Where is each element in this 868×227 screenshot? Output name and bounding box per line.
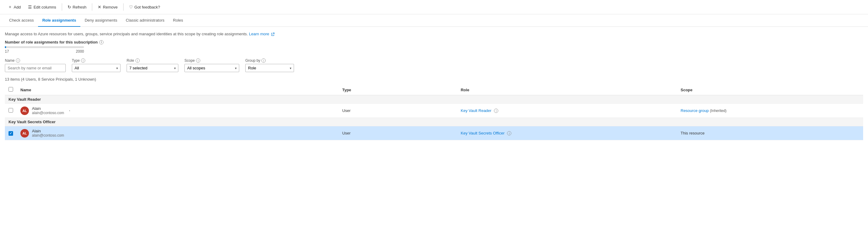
group-row-key-vault-secrets-officer: Key Vault Secrets Officer <box>5 118 863 126</box>
filter-name-label-text: Name <box>5 58 14 63</box>
user-email-alain-2: alain@contoso.com <box>32 133 64 137</box>
tab-check-access[interactable]: Check access <box>5 14 38 27</box>
refresh-icon: ↻ <box>68 5 71 9</box>
table-body: Key Vault Reader AL Alain alain@contoso.… <box>5 95 863 140</box>
user-email-alain-1: alain@contoso.com <box>32 111 64 115</box>
filter-role-label-text: Role <box>127 58 134 63</box>
row-checkbox-cell-2 <box>5 126 17 140</box>
group-header-cell: Key Vault Reader <box>5 95 863 104</box>
group-header-cell-2: Key Vault Secrets Officer <box>5 118 863 126</box>
scope-info-icon[interactable]: i <box>196 58 200 63</box>
filter-groupby-label-text: Group by <box>245 58 260 63</box>
refresh-button[interactable]: ↻ Refresh <box>64 3 90 11</box>
role-info-icon[interactable]: i <box>135 58 140 63</box>
name-info-alain-1: Alain alain@contoso.com <box>32 106 64 115</box>
search-input[interactable] <box>5 64 66 72</box>
filter-name-label: Name i <box>5 58 66 63</box>
separator-3 <box>123 3 124 11</box>
assignments-table: Name Type Role Scope Key Vault Reader <box>5 85 863 140</box>
quota-label: Number of role assignments for this subs… <box>5 40 863 44</box>
row-checkbox-cell-1 <box>5 104 17 118</box>
filter-type-label: Type i <box>72 58 121 63</box>
role-info-1[interactable]: i <box>494 109 498 113</box>
group-row-key-vault-reader: Key Vault Reader <box>5 95 863 104</box>
quota-current: 17 <box>5 49 9 54</box>
groupby-select[interactable]: Role Type Scope <box>245 64 294 72</box>
remove-button[interactable]: ✕ Remove <box>95 3 121 11</box>
role-link-1[interactable]: Key Vault Reader <box>461 108 493 113</box>
role-link-2[interactable]: Key Vault Secrets Officer <box>461 131 506 135</box>
select-all-header <box>5 85 17 95</box>
filter-scope-label: Scope i <box>184 58 239 63</box>
name-info-icon[interactable]: i <box>16 58 20 63</box>
filter-scope-label-text: Scope <box>184 58 195 63</box>
col-header-scope: Scope <box>677 85 863 95</box>
tab-classic-administrators[interactable]: Classic administrators <box>121 14 168 27</box>
separator-1 <box>62 3 62 11</box>
avatar-alain-2: AL <box>21 129 29 137</box>
toolbar: ＋ Add ☰ Edit columns ↻ Refresh ✕ Remove … <box>0 0 868 14</box>
results-summary: 13 items (4 Users, 8 Service Principals,… <box>5 77 863 82</box>
role-select[interactable]: 7 selected All <box>127 64 178 72</box>
row-checkbox-1[interactable] <box>8 108 13 112</box>
dot-indicator-1: · <box>69 108 70 114</box>
remove-label: Remove <box>103 5 118 9</box>
table-row-selected: AL Alain alain@contoso.com User Key Vaul… <box>5 126 863 140</box>
separator-2 <box>92 3 92 11</box>
main-content: Manage access to Azure resources for use… <box>0 27 868 145</box>
edit-columns-label: Edit columns <box>33 5 56 9</box>
col-header-name-text: Name <box>21 88 31 92</box>
quota-label-text: Number of role assignments for this subs… <box>5 40 98 44</box>
filter-name: Name i <box>5 58 66 72</box>
tab-roles[interactable]: Roles <box>168 14 187 27</box>
role-info-2[interactable]: i <box>507 131 511 135</box>
filter-groupby-label: Group by i <box>245 58 294 63</box>
col-header-role: Role <box>457 85 677 95</box>
refresh-label: Refresh <box>73 5 87 9</box>
quota-max: 2000 <box>76 49 84 54</box>
row-checkbox-checked-2[interactable] <box>8 131 13 136</box>
row-name-cell-1: AL Alain alain@contoso.com · <box>17 104 338 118</box>
external-link-icon <box>271 33 275 36</box>
user-name-alain-1: Alain <box>32 106 64 111</box>
scope-text-2: This resource <box>681 131 705 135</box>
feedback-label: Got feedback? <box>134 5 160 9</box>
type-select-wrapper: All User Group Service Principal Managed… <box>72 64 121 72</box>
quota-section: Number of role assignments for this subs… <box>5 40 863 54</box>
row-scope-cell-1: Resource group (Inherited) <box>677 104 863 118</box>
name-cell-alain-2: AL Alain alain@contoso.com <box>21 129 335 137</box>
col-header-name: Name <box>17 85 338 95</box>
tab-role-assignments[interactable]: Role assignments <box>38 14 80 27</box>
edit-columns-button[interactable]: ☰ Edit columns <box>25 3 59 11</box>
add-label: Add <box>14 5 21 9</box>
groupby-info-icon[interactable]: i <box>261 58 266 63</box>
scope-select[interactable]: All scopes This resource Resource group … <box>184 64 239 72</box>
groupby-select-wrapper: Role Type Scope <box>245 64 294 72</box>
select-all-checkbox[interactable] <box>8 87 13 92</box>
type-info-icon[interactable]: i <box>81 58 85 63</box>
col-header-type-text: Type <box>342 88 351 92</box>
group-name-key-vault-reader: Key Vault Reader <box>8 97 41 102</box>
add-icon: ＋ <box>8 4 12 10</box>
tabs-nav: Check access Role assignments Deny assig… <box>0 14 868 27</box>
role-text-1: Key Vault Reader <box>461 108 492 113</box>
type-select[interactable]: All User Group Service Principal Managed… <box>72 64 121 72</box>
results-summary-text: 13 items (4 Users, 8 Service Principals,… <box>5 77 96 82</box>
feedback-button[interactable]: ♡ Got feedback? <box>126 3 163 11</box>
filter-group-by: Group by i Role Type Scope <box>245 58 294 72</box>
scope-link-1[interactable]: Resource group <box>681 108 710 113</box>
avatar-alain-1: AL <box>21 106 29 115</box>
row-role-cell-1: Key Vault Reader i <box>457 104 677 118</box>
add-button[interactable]: ＋ Add <box>5 2 24 11</box>
description: Manage access to Azure resources for use… <box>5 32 863 36</box>
tab-deny-assignments[interactable]: Deny assignments <box>80 14 121 27</box>
learn-more-label: Learn more <box>249 32 269 36</box>
row-role-cell-2: Key Vault Secrets Officer i <box>457 126 677 140</box>
table-header: Name Type Role Scope <box>5 85 863 95</box>
user-name-alain-2: Alain <box>32 129 64 133</box>
filter-role-label: Role i <box>127 58 178 63</box>
description-text: Manage access to Azure resources for use… <box>5 32 248 36</box>
filters: Name i Type i All User Group Service Pri… <box>5 58 863 72</box>
learn-more-link[interactable]: Learn more <box>249 32 275 36</box>
quota-info-icon[interactable]: i <box>99 40 103 44</box>
